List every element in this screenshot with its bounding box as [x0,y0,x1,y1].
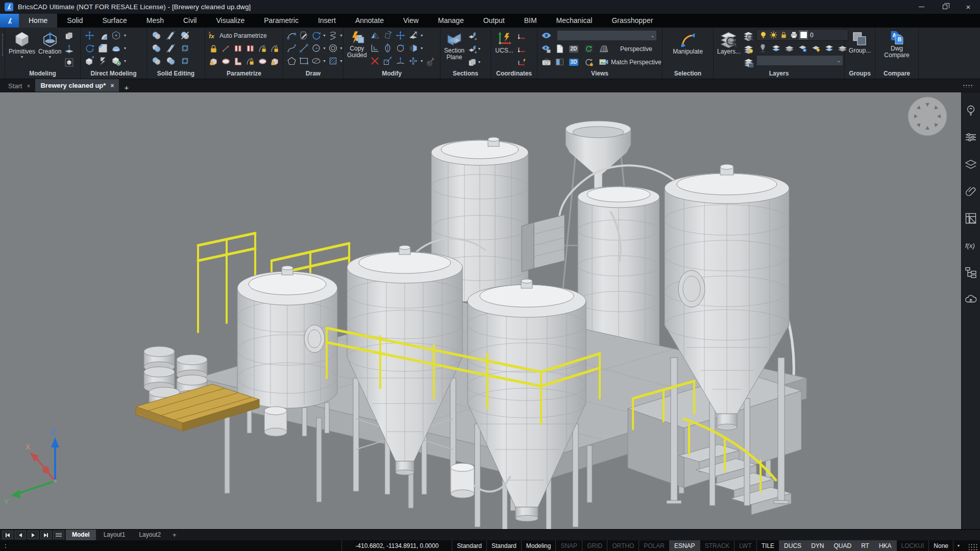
stretch-icon[interactable] [394,55,406,67]
arc-lock-icon[interactable] [244,56,256,68]
creation-button[interactable]: Creation ▾ [37,29,63,60]
toggle-polar[interactable]: POLAR [639,540,669,551]
toggle-dyn[interactable]: DYN [806,540,828,551]
toggle-ducs[interactable]: DUCS [779,540,806,551]
new-document-button[interactable]: + [119,83,134,92]
layer-thaw-icon[interactable] [810,42,822,54]
spin-icon[interactable] [394,42,406,55]
ucs-dynamic-icon[interactable] [516,56,528,68]
view-save-icon[interactable] [540,43,552,55]
tab-visualize[interactable]: Visualize [206,14,254,28]
dm-rotate-icon[interactable] [83,42,95,55]
line-icon[interactable] [298,42,310,55]
pie-lock-icon[interactable] [256,56,268,68]
chevron-down-icon[interactable]: ▾ [339,46,344,51]
fix-constraint-icon[interactable] [256,43,268,55]
array-icon[interactable] [407,55,419,67]
toggle-esnap[interactable]: ESNAP [669,540,700,551]
distance-constraint-icon[interactable] [219,43,232,55]
extrude-icon[interactable] [63,43,75,55]
parameters-icon[interactable]: f(x) [964,239,977,252]
layer-lock-icon[interactable] [779,31,788,39]
coordinates-readout[interactable]: -410.6802, -1134.8911, 0.0000 [341,540,452,551]
concentric-constraint-icon[interactable] [244,43,256,55]
maximize-button[interactable] [933,0,957,14]
chevron-down-icon[interactable]: ▾ [419,59,424,63]
wire-cube-icon[interactable] [179,42,191,55]
chevron-down-icon[interactable]: ▾ [478,60,480,64]
status-workspace[interactable]: Modeling [521,540,556,551]
rendered-3d-badge[interactable]: 3D [569,59,579,66]
spline-icon[interactable] [285,42,298,55]
layer-plot-icon[interactable] [790,31,798,39]
section-add-icon[interactable] [466,30,478,42]
layer-merge-icon[interactable] [823,42,835,54]
offset-icon[interactable] [369,42,381,55]
convert-to-solid-icon[interactable] [63,56,75,68]
refresh-2d-icon[interactable] [582,43,595,55]
ucs-world-icon[interactable] [516,30,528,42]
close-button[interactable]: × [957,0,980,14]
chevron-down-icon[interactable]: ▾ [122,59,128,63]
new-sheet-icon[interactable] [553,43,566,55]
tab-grasshopper[interactable]: Grasshopper [602,14,663,28]
match-perspective-icon[interactable] [597,56,609,68]
tab-home[interactable]: Home [19,14,57,28]
status-dropdown-icon[interactable]: ▾ [953,540,964,551]
check-icon[interactable] [179,55,191,67]
polygon-icon[interactable] [285,55,298,67]
layers-button[interactable]: Layers... [716,29,742,56]
copy-guided-button[interactable]: Copy Guided [346,29,369,60]
camera-icon[interactable] [540,56,552,68]
tab-model[interactable]: Model [66,530,96,540]
last-layout-button[interactable] [40,531,52,539]
tangent-constraint-icon[interactable] [268,43,281,55]
chevron-down-icon[interactable]: ▾ [339,34,344,38]
intersect-icon[interactable] [179,30,191,42]
rotate-icon[interactable] [381,30,394,42]
chevron-down-icon[interactable]: ▾ [478,47,480,51]
minimize-button[interactable] [910,0,933,14]
toggle-lockui[interactable]: LOCKUI [896,540,929,551]
layers-panel-icon[interactable] [964,158,977,171]
layer-visible-icon[interactable] [759,31,768,39]
toggle-grid[interactable]: GRID [582,540,607,551]
ucs-button[interactable]: UCS... [493,29,516,55]
layer-isolate-icon[interactable] [756,42,769,54]
hatch-icon[interactable] [327,55,339,67]
dm-align-icon[interactable] [83,55,95,67]
command-prompt[interactable]: : [0,542,7,549]
lock-constraint-icon[interactable] [207,43,219,55]
refresh-3d-icon[interactable] [582,56,595,68]
tab-manage[interactable]: Manage [428,14,474,28]
viewport-3d[interactable]: Z X Y [0,92,961,529]
parallel-constraint-icon[interactable] [232,43,244,55]
sheet-set-icon[interactable] [964,212,977,225]
corner-constraint-icon[interactable] [232,56,244,68]
perspective-label[interactable]: Perspective [620,45,652,53]
primitives-button[interactable]: Primitives ▾ [7,29,37,60]
close-icon[interactable]: × [110,82,114,89]
tab-annotate[interactable]: Annotate [346,14,394,28]
cone-lock-icon[interactable] [268,56,281,68]
rectangle-icon[interactable] [298,55,310,67]
doc-tab-start[interactable]: Start × [3,80,35,92]
toggle-lwt[interactable]: LWT [734,540,756,551]
status-text-style[interactable]: Standard [452,540,486,551]
tab-insert[interactable]: Insert [308,14,346,28]
arc-options-icon[interactable] [310,30,322,42]
tab-output[interactable]: Output [474,14,514,28]
chevron-down-icon[interactable]: ▾ [122,34,128,38]
layout-list-button[interactable] [53,531,64,539]
circle-icon[interactable] [310,42,322,55]
overflow-dots-icon[interactable] [963,84,974,88]
view-select-combo[interactable]: ⌄ [557,30,657,41]
ucs-icon[interactable]: Z X Y [4,428,59,506]
structure-icon[interactable] [964,266,977,279]
revolve-icon[interactable] [381,42,394,55]
layer-color-swatch[interactable] [800,31,807,39]
status-dim-style[interactable]: Standard [486,540,521,551]
tab-layout2[interactable]: Layout2 [133,530,167,540]
tab-view[interactable]: View [394,14,428,28]
erase-icon[interactable] [369,55,381,67]
